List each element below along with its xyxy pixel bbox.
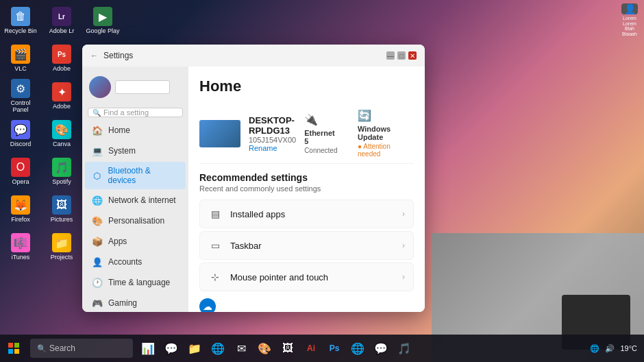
mouse-pointer-row[interactable]: ⊹ Mouse pointer and touch › [199, 263, 414, 291]
chevron-right-icon: › [402, 209, 405, 219]
device-thumbnail [199, 120, 240, 147]
taskbar-icon-chat[interactable]: 💬 [160, 335, 182, 362]
update-label: Windows Update [358, 125, 414, 141]
settings-window: ← Settings — □ ✕ 🔍 Find a setting [82, 45, 425, 312]
sidebar-item-time[interactable]: 🕐 Time & language [85, 273, 186, 292]
icon-label: Spotify [52, 178, 71, 185]
icon-label: Adobe [53, 65, 71, 72]
icon-label: Adobe Lr [49, 27, 75, 34]
settings-titlebar: ← Settings — □ ✕ [82, 45, 425, 67]
settings-body: 🔍 Find a setting 🏠 Home 💻 System ⬡ Bluet… [82, 67, 425, 312]
taskbar-icon-mail[interactable]: ✉ [230, 335, 252, 362]
search-placeholder: Find a setting [103, 108, 149, 117]
settings-title: Settings [103, 51, 133, 60]
desktop-icon-spotify[interactable]: 🎵 Spotify [45, 154, 79, 189]
installed-apps-label: Installed apps [230, 209, 402, 219]
device-card: DESKTOP-RPLDG13 105J154VX00 Rename 🔌 Eth… [199, 104, 414, 164]
taskbar-pinned-icons: 📊 💬 📁 🌐 ✉ 🎨 🖼 Ai Ps 🌐 💬 🎵 [137, 335, 415, 362]
desktop-icon-discord[interactable]: 💬 Discord [3, 117, 38, 151]
start-button[interactable] [0, 335, 27, 362]
recommended-subtext: Recent and commonly used settings [199, 184, 414, 193]
chevron-right-icon-3: › [402, 272, 405, 282]
desktop-icon-itunes[interactable]: 🎼 iTunes [3, 230, 38, 264]
device-info: DESKTOP-RPLDG13 105J154VX00 Rename [249, 115, 296, 152]
taskbar-icon-discord[interactable]: 💬 [370, 335, 392, 362]
desktop-icon-projects[interactable]: 📁 Projects [45, 230, 79, 264]
icon-label: Pictures [51, 216, 73, 223]
taskbar: 🔍 Search 📊 💬 📁 🌐 ✉ 🎨 🖼 Ai Ps 🌐 💬 🎵 🌐 🔊 1… [0, 335, 644, 362]
desktop-icon-firefox[interactable]: 🦊 Firefox [3, 192, 38, 226]
settings-main: Home DESKTOP-RPLDG13 105J154VX00 Rename … [188, 67, 425, 312]
taskbar-icon-adobe[interactable]: Ai [300, 335, 322, 362]
mouse-pointer-label: Mouse pointer and touch [230, 272, 402, 282]
icon-label: Projects [51, 254, 73, 261]
desktop-icon-recycle-bin[interactable]: 🗑 Recycle Bin [3, 3, 38, 38]
apps-icon: 📦 [92, 236, 103, 247]
taskbar-search[interactable]: 🔍 Search [30, 339, 133, 358]
titlebar-controls: — □ ✕ [386, 51, 417, 60]
taskbar-icon-ps[interactable]: Ps [323, 335, 345, 362]
taskbar-icon-photos[interactable]: 🖼 [277, 335, 299, 362]
desktop-icon-opera[interactable]: O Opera [3, 154, 38, 189]
volume-tray-icon: 🔊 [605, 344, 615, 353]
sidebar-profile[interactable] [82, 72, 188, 102]
device-rename-link[interactable]: Rename [249, 144, 296, 152]
profile-name-box [115, 80, 170, 94]
svg-rect-0 [8, 343, 13, 348]
installed-apps-row[interactable]: ▤ Installed apps › [199, 200, 414, 228]
desktop-icon-adobe2[interactable]: Ps Adobe [45, 41, 79, 75]
sidebar-item-accounts[interactable]: 👤 Accounts [85, 252, 186, 272]
device-id: 105J154VX00 [249, 136, 296, 144]
mouse-icon: ⊹ [208, 270, 222, 284]
taskbar-icon-chrome[interactable]: 🌐 [347, 335, 369, 362]
gaming-icon: 🎮 [92, 298, 103, 309]
taskbar-label: Taskbar [230, 241, 402, 251]
desktop-icon-adobe-lr[interactable]: Lr Adobe Lr [45, 3, 79, 38]
sidebar-item-network[interactable]: 🌐 Network & internet [85, 191, 186, 210]
desktop-icon-vlc[interactable]: 🎬 VLC [3, 41, 38, 75]
sidebar-item-gaming[interactable]: 🎮 Gaming [85, 293, 186, 312]
desktop-icon-canva[interactable]: 🎨 Canva [45, 117, 79, 151]
close-button[interactable]: ✕ [408, 51, 417, 60]
ethernet-value: Connected [304, 147, 337, 154]
svg-rect-1 [14, 343, 19, 348]
icon-label: iTunes [12, 254, 30, 261]
desktop-icon-control-panel[interactable]: ⚙ Control Panel [3, 79, 38, 113]
icon-label: Opera [12, 178, 29, 185]
desktop-icon-google-play[interactable]: ▶ Google Play [86, 3, 120, 38]
desktop-icon-adobe3[interactable]: ✦ Adobe [45, 79, 79, 113]
cloud-storage-section: ☁ Cloud storage [199, 298, 414, 312]
sidebar-item-label: Gaming [108, 298, 137, 308]
minimize-button[interactable]: — [386, 51, 395, 60]
sidebar-item-label: Time & language [108, 278, 170, 287]
maximize-button[interactable]: □ [397, 51, 406, 60]
sidebar-item-label: Home [108, 125, 130, 135]
network-icon: 🌐 [92, 195, 103, 206]
taskbar-icon-edge[interactable]: 🌐 [207, 335, 229, 362]
profile-avatar [89, 76, 111, 98]
chevron-right-icon-2: › [402, 241, 405, 250]
sidebar-search-box[interactable]: 🔍 Find a setting [88, 108, 183, 117]
taskbar-icon-paint[interactable]: 🎨 [253, 335, 275, 362]
sidebar-item-bluetooth[interactable]: ⬡ Bluetooth & devices [85, 162, 186, 189]
sidebar-item-label: Apps [108, 237, 127, 246]
update-value: ● Attention needed [358, 143, 414, 158]
sidebar-item-home[interactable]: 🏠 Home [85, 121, 186, 140]
icon-label: Control Panel [3, 99, 38, 113]
sidebar-item-apps[interactable]: 📦 Apps [85, 232, 186, 251]
search-text: Search [49, 343, 75, 353]
time-icon: 🕐 [92, 277, 103, 288]
desktop: 👤 Lorem Lorem Blah Blaaah 🗑 Recycle Bin … [0, 0, 644, 362]
top-right-app-icon[interactable]: 👤 Lorem Lorem Blah Blaaah [619, 3, 641, 25]
taskbar-icon-spotify[interactable]: 🎵 [393, 335, 415, 362]
desktop-icon-pictures[interactable]: 🖼 Pictures [45, 192, 79, 226]
icon-label: Adobe [53, 103, 71, 110]
taskbar-row[interactable]: ▭ Taskbar › [199, 231, 414, 260]
temperature-label: 19°C [620, 344, 637, 352]
taskbar-icon-widgets[interactable]: 📊 [137, 335, 159, 362]
sidebar-item-system[interactable]: 💻 System [85, 141, 186, 160]
taskbar-icon-explorer[interactable]: 📁 [184, 335, 206, 362]
accounts-icon: 👤 [92, 256, 103, 267]
ethernet-icon: 🔌 [304, 113, 318, 126]
sidebar-item-personalisation[interactable]: 🎨 Personalisation [85, 211, 186, 230]
